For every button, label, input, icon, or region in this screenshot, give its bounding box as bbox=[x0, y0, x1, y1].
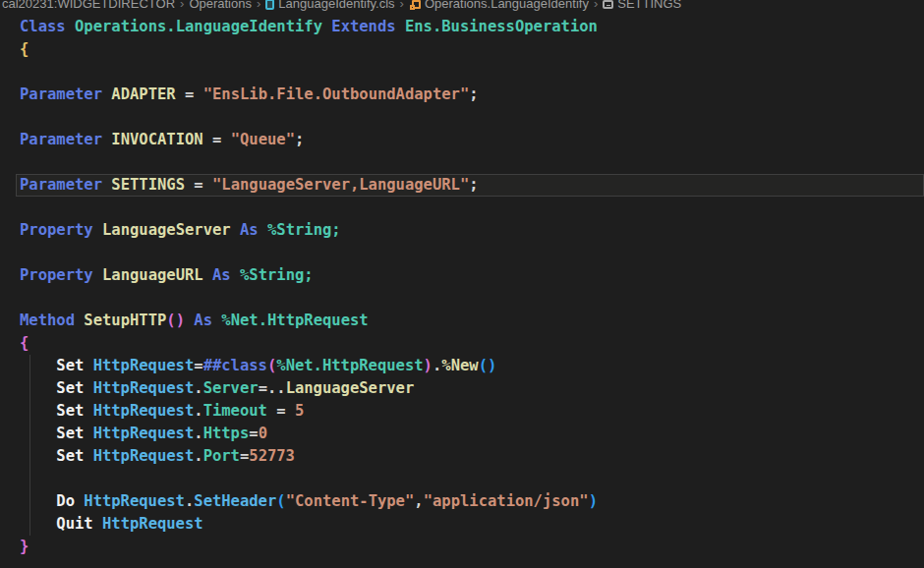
code-line[interactable] bbox=[0, 468, 924, 490]
code-line[interactable]: Property LanguageURL As %String; bbox=[0, 264, 924, 287]
code-token: LanguageURL bbox=[102, 266, 212, 284]
code-token: Set bbox=[56, 425, 92, 442]
code-token: . bbox=[185, 492, 194, 510]
code-token: HttpRequest bbox=[93, 379, 195, 397]
code-token: LanguageServer bbox=[102, 221, 240, 239]
code-token: Ens.BusinessOperation bbox=[405, 18, 598, 35]
code-line[interactable]: Property LanguageServer As %String; bbox=[0, 219, 924, 242]
code-token: SetupHTTP bbox=[84, 312, 166, 329]
code-token: 52773 bbox=[249, 447, 295, 465]
code-token: Quit bbox=[56, 515, 102, 533]
code-token: As bbox=[240, 221, 267, 239]
code-line-highlighted[interactable]: Parameter SETTINGS = "LanguageServer,Lan… bbox=[16, 174, 924, 197]
code-token: Operations.LanguageIdentify bbox=[75, 18, 331, 35]
code-line[interactable]: Do HttpRequest.SetHeader("Content-Type",… bbox=[0, 490, 924, 513]
code-line[interactable]: { bbox=[0, 332, 924, 355]
code-token: SETTINGS bbox=[111, 176, 185, 194]
code-token: ##class bbox=[203, 357, 267, 374]
code-token: INVOCATION bbox=[111, 131, 202, 148]
code-token: ADAPTER bbox=[111, 85, 175, 103]
code-token: SetHeader bbox=[194, 492, 276, 510]
code-token: 5 bbox=[295, 402, 304, 420]
code-line[interactable]: Set HttpRequest=##class(%Net.HttpRequest… bbox=[0, 355, 924, 377]
code-token: Parameter bbox=[20, 176, 111, 194]
code-token: { bbox=[20, 40, 29, 58]
code-token: . bbox=[194, 402, 202, 420]
code-token: . bbox=[433, 357, 441, 374]
code-token: ; bbox=[469, 176, 478, 194]
code-token: 0 bbox=[259, 425, 267, 442]
code-token: = bbox=[240, 447, 249, 465]
code-token: Timeout bbox=[203, 402, 267, 420]
breadcrumb-label: Operations.LanguageIdentify bbox=[425, 0, 589, 12]
code-line[interactable] bbox=[0, 61, 924, 84]
code-token: "LanguageServer,LanguageURL" bbox=[212, 176, 469, 194]
breadcrumb-item-symbol[interactable]: SETTINGS bbox=[603, 0, 681, 12]
code-token: ; bbox=[295, 131, 304, 148]
breadcrumb-item-folder[interactable]: Operations bbox=[189, 0, 252, 12]
code-token: "application/json" bbox=[424, 492, 589, 510]
code-token: %String; bbox=[267, 221, 341, 239]
code-token: = bbox=[176, 85, 203, 103]
code-line[interactable]: Class Operations.LanguageIdentify Extend… bbox=[0, 16, 924, 38]
breadcrumb-bar: cal20231:WIDGETDIRECTOR›Operations›Langu… bbox=[0, 0, 924, 13]
breadcrumb-separator-icon: › bbox=[589, 0, 603, 12]
code-token: Set bbox=[56, 357, 92, 374]
code-token: Class bbox=[20, 18, 75, 35]
code-token: %Net.HttpRequest bbox=[276, 357, 423, 374]
breadcrumb: cal20231:WIDGETDIRECTOR›Operations›Langu… bbox=[0, 0, 924, 12]
breadcrumb-label: SETTINGS bbox=[617, 0, 681, 12]
settings-symbol-icon bbox=[603, 0, 613, 9]
breadcrumb-separator-icon: › bbox=[252, 0, 265, 12]
breadcrumb-item-namespace[interactable]: cal20231:WIDGETDIRECTOR bbox=[2, 0, 175, 12]
code-line[interactable]: Quit HttpRequest bbox=[0, 513, 924, 536]
code-line[interactable]: Parameter ADAPTER = "EnsLib.File.Outboun… bbox=[0, 84, 924, 106]
code-line[interactable]: Set HttpRequest.Server=..LanguageServer bbox=[0, 377, 924, 400]
code-token: = bbox=[185, 176, 212, 194]
code-token: Parameter bbox=[20, 131, 111, 148]
code-line[interactable] bbox=[0, 242, 924, 264]
code-token: Property bbox=[20, 221, 102, 239]
code-line[interactable]: Method SetupHTTP() As %Net.HttpRequest bbox=[0, 310, 924, 332]
code-token: HttpRequest bbox=[93, 447, 195, 465]
code-line[interactable] bbox=[0, 106, 924, 129]
code-token: "Queue" bbox=[231, 131, 295, 148]
code-token: As bbox=[212, 266, 240, 284]
code-line[interactable] bbox=[0, 197, 924, 219]
code-token: ) bbox=[589, 492, 598, 510]
code-token: ; bbox=[469, 85, 478, 103]
code-token: () bbox=[479, 357, 497, 374]
code-token bbox=[185, 312, 194, 329]
breadcrumb-label: Operations bbox=[189, 0, 252, 12]
code-token: %String; bbox=[240, 266, 314, 284]
code-line[interactable]: Parameter INVOCATION = "Queue"; bbox=[0, 129, 924, 151]
breadcrumb-item-class[interactable]: Operations.LanguageIdentify bbox=[409, 0, 589, 12]
code-token: ( bbox=[267, 357, 276, 374]
code-line[interactable]: Set HttpRequest.Port=52773 bbox=[0, 445, 924, 468]
code-token: Set bbox=[56, 447, 92, 465]
code-token: "EnsLib.File.OutboundAdapter" bbox=[203, 85, 470, 103]
code-token: = bbox=[249, 425, 258, 442]
code-line[interactable]: } bbox=[0, 536, 924, 558]
code-token: () bbox=[166, 312, 185, 329]
code-token: Set bbox=[56, 402, 92, 420]
code-token: HttpRequest bbox=[102, 515, 203, 533]
code-editor[interactable]: Class Operations.LanguageIdentify Extend… bbox=[0, 13, 924, 558]
breadcrumb-item-file[interactable]: LanguageIdentify.cls bbox=[265, 0, 394, 12]
code-token: HttpRequest bbox=[93, 357, 195, 374]
code-token: LanguageServer bbox=[286, 379, 415, 397]
code-token: = bbox=[194, 357, 202, 374]
code-line[interactable] bbox=[0, 151, 924, 174]
code-token: } bbox=[20, 538, 29, 555]
code-token: . bbox=[194, 379, 202, 397]
code-token: Method bbox=[20, 312, 84, 329]
code-token: "Content-Type" bbox=[286, 492, 415, 510]
code-line[interactable]: { bbox=[0, 38, 924, 61]
code-token: ( bbox=[276, 492, 285, 510]
code-token: %Net.HttpRequest bbox=[221, 312, 368, 329]
code-token: Extends bbox=[331, 18, 405, 35]
code-line[interactable] bbox=[0, 287, 924, 310]
code-line[interactable]: Set HttpRequest.Https=0 bbox=[0, 423, 924, 445]
code-line[interactable]: Set HttpRequest.Timeout = 5 bbox=[0, 400, 924, 423]
code-token: Server bbox=[203, 379, 259, 397]
